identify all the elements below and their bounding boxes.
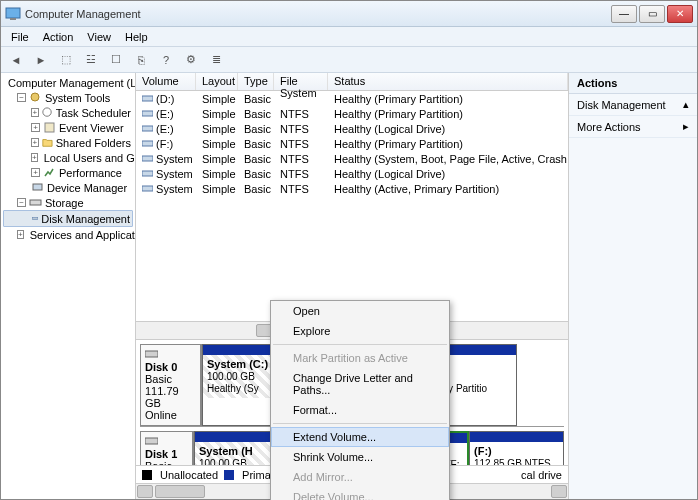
tree-disk-management[interactable]: Disk Management xyxy=(3,210,133,227)
svg-rect-5 xyxy=(45,123,54,132)
svg-rect-19 xyxy=(145,438,158,444)
expand-icon[interactable]: + xyxy=(31,138,39,147)
ctx-extend-volume[interactable]: Extend Volume... xyxy=(271,427,449,447)
ctx-explore[interactable]: Explore xyxy=(271,321,449,341)
app-icon xyxy=(5,6,21,22)
menubar: File Action View Help xyxy=(1,27,697,47)
up-button[interactable]: ⬚ xyxy=(55,50,77,70)
props-button[interactable]: ☳ xyxy=(80,50,102,70)
tree-root[interactable]: Computer Management (Local xyxy=(3,75,133,90)
tree-systools[interactable]: − System Tools xyxy=(3,90,133,105)
ctx-open[interactable]: Open xyxy=(271,301,449,321)
volume-row[interactable]: (E:)SimpleBasicNTFSHealthy (Logical Driv… xyxy=(136,121,568,136)
event-icon xyxy=(43,121,56,134)
expand-icon[interactable]: + xyxy=(17,230,24,239)
scroll-right[interactable] xyxy=(551,485,567,498)
actions-pane: Actions Disk Management ▴ More Actions ▸ xyxy=(569,73,697,499)
menu-help[interactable]: Help xyxy=(119,29,154,45)
col-type[interactable]: Type xyxy=(238,73,274,90)
tree-services[interactable]: +Services and Applications xyxy=(3,227,133,242)
menu-action[interactable]: Action xyxy=(37,29,80,45)
expand-icon[interactable]: + xyxy=(31,123,40,132)
swatch-unallocated xyxy=(142,470,152,480)
volume-header: Volume Layout Type File System Status xyxy=(136,73,568,91)
tree-storage[interactable]: − Storage xyxy=(3,195,133,210)
tree-device-manager[interactable]: Device Manager xyxy=(3,180,133,195)
tree-local-users[interactable]: +Local Users and Groups xyxy=(3,150,133,165)
tree-task-scheduler[interactable]: +Task Scheduler xyxy=(3,105,133,120)
separator xyxy=(273,423,447,424)
svg-rect-12 xyxy=(142,111,153,116)
ctx-mark-active: Mark Partition as Active xyxy=(271,348,449,368)
partition[interactable]: System (H100.00 GBHealthy (A xyxy=(194,431,274,465)
collapse-icon: ▴ xyxy=(683,98,689,111)
menu-file[interactable]: File xyxy=(5,29,35,45)
svg-rect-1 xyxy=(10,18,16,20)
svg-rect-11 xyxy=(142,96,153,101)
back-button[interactable]: ◄ xyxy=(5,50,27,70)
settings-button[interactable]: ⚙ xyxy=(180,50,202,70)
maximize-button[interactable]: ▭ xyxy=(639,5,665,23)
swatch-primary xyxy=(224,470,234,480)
nav-tree: Computer Management (Local − System Tool… xyxy=(1,73,136,499)
perf-icon xyxy=(43,166,56,179)
disk-label[interactable]: Disk 0Basic111.79 GBOnline xyxy=(140,344,202,426)
volume-row[interactable]: (E:)SimpleBasicNTFSHealthy (Primary Part… xyxy=(136,106,568,121)
minimize-button[interactable]: — xyxy=(611,5,637,23)
tree-shared-folders[interactable]: +Shared Folders xyxy=(3,135,133,150)
list-button[interactable]: ≣ xyxy=(205,50,227,70)
tree-performance[interactable]: +Performance xyxy=(3,165,133,180)
partition[interactable]: (F:)112.85 GB NTFSHealthy (Primary xyxy=(469,431,564,465)
volume-row[interactable]: (D:)SimpleBasicHealthy (Primary Partitio… xyxy=(136,91,568,106)
ctx-add-mirror: Add Mirror... xyxy=(271,467,449,487)
ctx-change-drive-letter[interactable]: Change Drive Letter and Paths... xyxy=(271,368,449,400)
scroll-thumb[interactable] xyxy=(155,485,205,498)
volume-row[interactable]: (F:)SimpleBasicNTFSHealthy (Primary Part… xyxy=(136,136,568,151)
svg-rect-14 xyxy=(142,141,153,146)
export-button[interactable]: ⎘ xyxy=(130,50,152,70)
tree-event-viewer[interactable]: +Event Viewer xyxy=(3,120,133,135)
svg-rect-0 xyxy=(6,8,20,18)
svg-point-3 xyxy=(31,93,39,101)
col-status[interactable]: Status xyxy=(328,73,568,90)
volume-row[interactable]: System (H:)SimpleBasicNTFSHealthy (Activ… xyxy=(136,181,568,196)
svg-rect-18 xyxy=(145,351,158,357)
scroll-left[interactable] xyxy=(137,485,153,498)
ctx-shrink-volume[interactable]: Shrink Volume... xyxy=(271,447,449,467)
col-layout[interactable]: Layout xyxy=(196,73,238,90)
actions-header: Actions xyxy=(569,73,697,94)
svg-rect-13 xyxy=(142,126,153,131)
volume-list: (D:)SimpleBasicHealthy (Primary Partitio… xyxy=(136,91,568,196)
svg-rect-17 xyxy=(142,186,153,191)
svg-rect-15 xyxy=(142,156,153,161)
refresh-button[interactable]: ☐ xyxy=(105,50,127,70)
folder-icon xyxy=(42,136,53,149)
toolbar: ◄ ► ⬚ ☳ ☐ ⎘ ? ⚙ ≣ xyxy=(1,47,697,73)
help-button[interactable]: ? xyxy=(155,50,177,70)
titlebar: Computer Management — ▭ ✕ xyxy=(1,1,697,27)
forward-button[interactable]: ► xyxy=(30,50,52,70)
clock-icon xyxy=(42,106,53,119)
context-menu: Open Explore Mark Partition as Active Ch… xyxy=(270,300,450,500)
expand-icon[interactable]: + xyxy=(31,153,38,162)
storage-icon xyxy=(29,196,42,209)
chevron-right-icon: ▸ xyxy=(683,120,689,133)
collapse-icon[interactable]: − xyxy=(17,93,26,102)
expand-icon[interactable]: + xyxy=(31,108,39,117)
close-button[interactable]: ✕ xyxy=(667,5,693,23)
col-volume[interactable]: Volume xyxy=(136,73,196,90)
col-fs[interactable]: File System xyxy=(274,73,328,90)
volume-row[interactable]: System (G:)SimpleBasicNTFSHealthy (Logic… xyxy=(136,166,568,181)
disk-label[interactable]: Disk 1Basic465.76 GBOnline xyxy=(140,431,194,465)
more-actions[interactable]: More Actions ▸ xyxy=(569,116,697,138)
ctx-format[interactable]: Format... xyxy=(271,400,449,420)
menu-view[interactable]: View xyxy=(81,29,117,45)
expand-icon[interactable]: + xyxy=(31,168,40,177)
actions-group[interactable]: Disk Management ▴ xyxy=(569,94,697,116)
collapse-icon[interactable]: − xyxy=(17,198,26,207)
svg-rect-16 xyxy=(142,171,153,176)
volume-row[interactable]: System (C:)SimpleBasicNTFSHealthy (Syste… xyxy=(136,151,568,166)
tools-icon xyxy=(29,91,42,104)
ctx-delete-volume: Delete Volume... xyxy=(271,487,449,500)
svg-rect-8 xyxy=(30,200,41,205)
